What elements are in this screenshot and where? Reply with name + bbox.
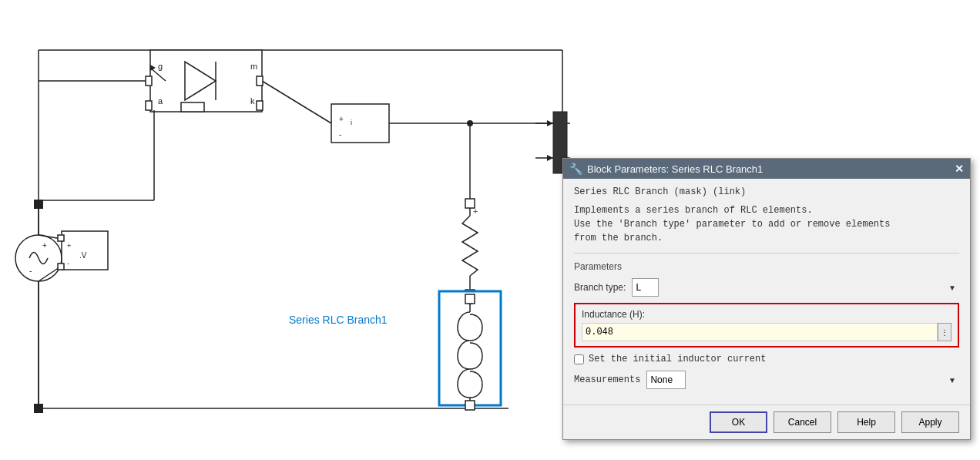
svg-rect-18 [58, 235, 64, 241]
branch-type-dropdown[interactable]: L R C RC RL LC RLC [632, 278, 659, 297]
inductance-group: Inductance (H): ⋮ [574, 303, 959, 348]
dialog-titlebar-left: 🔧 Block Parameters: Series RLC Branch1 [569, 163, 763, 175]
block-icon: 🔧 [569, 163, 582, 175]
svg-rect-43 [257, 101, 263, 110]
svg-text:+: + [67, 242, 71, 250]
branch-type-dropdown-wrapper: L R C RC RL LC RLC ▼ [632, 278, 959, 297]
svg-rect-11 [34, 200, 43, 209]
measurements-dropdown-wrapper: None Current Voltage ▼ [646, 371, 959, 389]
svg-rect-19 [58, 264, 64, 270]
svg-text:m: m [250, 62, 257, 71]
dialog-footer: OK Cancel Help Apply [563, 405, 970, 439]
description-line1: Implements a series branch of RLC elemen… [574, 203, 959, 217]
branch-type-dropdown-arrow: ▼ [948, 284, 956, 292]
branch-type-label: Branch type: [574, 282, 626, 293]
dialog-subtitle: Series RLC Branch (mask) (link) [574, 186, 959, 197]
help-button[interactable]: Help [837, 411, 895, 433]
svg-text:i: i [351, 119, 352, 126]
inductance-menu-button[interactable]: ⋮ [938, 323, 951, 341]
svg-text:k: k [250, 96, 255, 106]
apply-button[interactable]: Apply [901, 411, 959, 433]
description-line3: from the branch. [574, 231, 959, 245]
svg-text:-: - [67, 260, 69, 267]
svg-text:g: g [158, 62, 163, 71]
svg-rect-40 [146, 76, 152, 86]
svg-text:Series RLC Branch1: Series RLC Branch1 [289, 314, 388, 326]
branch-type-row: Branch type: L R C RC RL LC RLC ▼ [574, 278, 959, 297]
svg-text:.V: .V [79, 251, 87, 260]
measurements-row: Measurements None Current Voltage ▼ [574, 371, 959, 389]
description-line2: Use the 'Branch type' parameter to add o… [574, 217, 959, 231]
svg-rect-56 [465, 401, 475, 410]
cancel-button[interactable]: Cancel [774, 411, 831, 433]
svg-rect-29 [181, 102, 204, 112]
measurements-label: Measurements [574, 374, 640, 385]
measurements-dropdown[interactable]: None Current Voltage [646, 371, 686, 389]
inductance-input[interactable] [582, 323, 938, 341]
measurements-dropdown-arrow: ▼ [948, 376, 956, 384]
initial-inductor-current-checkbox[interactable] [574, 354, 584, 364]
svg-text:-: - [339, 130, 341, 139]
svg-rect-41 [257, 76, 263, 86]
svg-rect-10 [34, 404, 43, 413]
svg-text:+: + [42, 241, 47, 250]
dialog-title: Block Parameters: Series RLC Branch1 [587, 163, 763, 175]
initial-inductor-current-row: Set the initial inductor current [574, 354, 959, 364]
svg-rect-20 [150, 50, 262, 112]
params-label: Parameters [574, 261, 959, 272]
close-button[interactable]: ✕ [955, 163, 964, 174]
dialog-titlebar: 🔧 Block Parameters: Series RLC Branch1 ✕ [563, 159, 970, 179]
svg-rect-49 [465, 199, 475, 208]
svg-rect-55 [465, 294, 475, 304]
initial-inductor-current-label: Set the initial inductor current [589, 354, 766, 364]
dialog-body: Series RLC Branch (mask) (link) Implemen… [563, 179, 970, 405]
svg-rect-42 [146, 101, 152, 110]
svg-text:-: - [29, 267, 32, 275]
inductance-label: Inductance (H): [582, 309, 951, 320]
block-parameters-dialog: 🔧 Block Parameters: Series RLC Branch1 ✕… [562, 158, 971, 440]
ok-button[interactable]: OK [710, 411, 767, 433]
inductance-input-row: ⋮ [582, 323, 951, 341]
svg-text:+: + [339, 115, 344, 123]
circuit-diagram: + - + - .V g m a k + - i [0, 0, 570, 460]
svg-text:a: a [158, 96, 163, 106]
dialog-description: Implements a series branch of RLC elemen… [574, 203, 959, 254]
